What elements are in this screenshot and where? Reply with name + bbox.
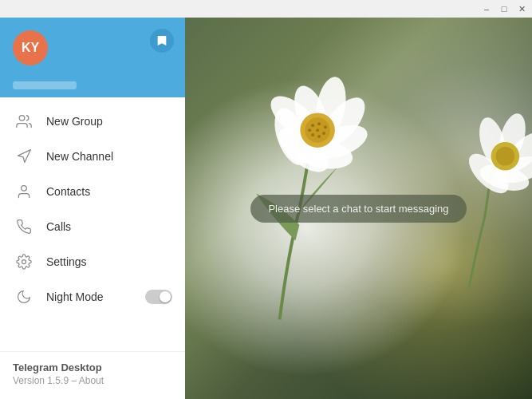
menu-item-new-group[interactable]: New Group bbox=[0, 104, 185, 139]
user-info bbox=[13, 81, 77, 89]
svg-point-16 bbox=[322, 132, 325, 135]
user-name-placeholder bbox=[13, 81, 77, 89]
calls-label: Calls bbox=[46, 220, 71, 233]
menu-item-calls[interactable]: Calls bbox=[0, 209, 185, 244]
svg-point-2 bbox=[22, 260, 26, 264]
night-mode-toggle[interactable] bbox=[145, 290, 172, 304]
night-mode-label: Night Mode bbox=[46, 290, 104, 303]
menu-items: New Group New Channel bbox=[0, 97, 185, 351]
minimize-button[interactable]: – bbox=[481, 3, 492, 14]
sidebar: KY bbox=[0, 18, 185, 399]
svg-point-28 bbox=[496, 147, 515, 166]
app-version[interactable]: Version 1.5.9 – About bbox=[13, 375, 172, 386]
toggle-knob bbox=[160, 291, 171, 302]
bookmark-icon bbox=[156, 34, 168, 47]
moon-icon bbox=[13, 286, 35, 308]
svg-point-20 bbox=[316, 128, 319, 132]
svg-point-15 bbox=[324, 125, 327, 128]
svg-point-1 bbox=[22, 186, 27, 192]
settings-label: Settings bbox=[46, 255, 87, 268]
maximize-button[interactable]: □ bbox=[499, 3, 510, 14]
svg-point-18 bbox=[311, 133, 314, 136]
menu-item-night-mode[interactable]: Night Mode bbox=[0, 279, 185, 314]
saved-messages-button[interactable] bbox=[150, 29, 174, 53]
svg-point-14 bbox=[317, 122, 321, 125]
select-chat-message: Please select a chat to start messaging bbox=[250, 195, 466, 223]
svg-point-13 bbox=[311, 124, 314, 127]
contacts-label: Contacts bbox=[46, 185, 90, 198]
megaphone-icon bbox=[13, 145, 35, 168]
window-chrome: – □ ✕ bbox=[0, 0, 532, 18]
phone-icon bbox=[13, 215, 35, 238]
new-channel-label: New Channel bbox=[46, 150, 113, 163]
avatar[interactable]: KY bbox=[13, 30, 48, 65]
new-group-label: New Group bbox=[46, 115, 103, 128]
svg-point-17 bbox=[317, 135, 321, 138]
app-container: KY bbox=[0, 18, 532, 399]
app-name: Telegram Desktop bbox=[13, 361, 172, 373]
gear-icon bbox=[13, 251, 35, 273]
svg-point-19 bbox=[308, 128, 311, 132]
person-icon bbox=[13, 180, 35, 203]
menu-item-contacts[interactable]: Contacts bbox=[0, 174, 185, 209]
close-button[interactable]: ✕ bbox=[516, 3, 527, 14]
svg-point-0 bbox=[19, 116, 25, 121]
sidebar-footer: Telegram Desktop Version 1.5.9 – About bbox=[0, 351, 185, 399]
sidebar-header: KY bbox=[0, 18, 185, 97]
main-content: Please select a chat to start messaging bbox=[185, 18, 532, 399]
background-image: Please select a chat to start messaging bbox=[185, 18, 532, 399]
menu-item-new-channel[interactable]: New Channel bbox=[0, 139, 185, 174]
people-icon bbox=[13, 110, 35, 132]
menu-item-settings[interactable]: Settings bbox=[0, 244, 185, 279]
